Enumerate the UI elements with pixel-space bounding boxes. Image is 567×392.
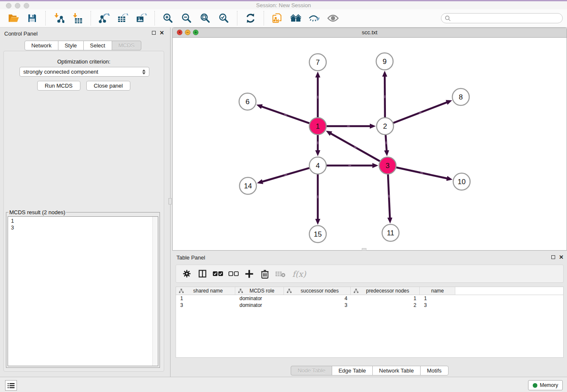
close-view-button[interactable]: × [177, 30, 182, 35]
float-table-panel-icon[interactable] [551, 255, 555, 259]
search-input[interactable] [451, 15, 559, 22]
column-header-predecessor-nodes[interactable]: predecessor nodes [351, 287, 420, 295]
zoom-view-button[interactable]: + [193, 30, 198, 35]
task-history-button[interactable] [5, 380, 17, 391]
network-view-window: scc.txt × − + 7968124314101511 [172, 28, 567, 251]
node-label: 14 [244, 182, 252, 190]
vertical-splitter-grip[interactable] [168, 198, 172, 204]
save-session-icon[interactable] [26, 12, 39, 25]
table-tabs: Node TableEdge TableNetwork TableMotifs [172, 366, 567, 375]
tab-select[interactable]: Select [83, 41, 112, 50]
tab-motifs[interactable]: Motifs [420, 366, 449, 375]
toggle-panel-icon[interactable] [197, 268, 208, 279]
toolbar-separator [45, 11, 46, 25]
zoom-window-button[interactable] [24, 3, 29, 8]
zoom-selected-icon[interactable] [217, 12, 230, 25]
run-mcds-button[interactable]: Run MCDS [37, 81, 80, 91]
tab-edge-table[interactable]: Edge Table [332, 366, 373, 375]
select-all-columns-icon[interactable] [212, 268, 223, 279]
cell-successor-nodes[interactable]: 4 [284, 295, 351, 302]
float-panel-icon[interactable] [152, 31, 156, 35]
cell-name[interactable]: 1 [420, 295, 455, 302]
minimize-view-button[interactable]: − [185, 30, 190, 35]
column-header-successor-nodes[interactable]: successor nodes [284, 287, 351, 295]
node-label: 8 [459, 93, 462, 101]
mcds-result-group: MCDS result (2 nodes) 13 [6, 209, 160, 368]
open-session-icon[interactable] [7, 12, 20, 25]
export-image-icon[interactable] [135, 12, 148, 25]
network-window-title: scc.txt [173, 28, 567, 37]
search-box[interactable] [441, 13, 563, 23]
node-label: 6 [245, 98, 249, 106]
minimize-window-button[interactable] [15, 3, 20, 8]
app-title: Session: New Session [0, 1, 567, 10]
result-line: 1 [11, 218, 158, 224]
import-network-icon[interactable] [52, 12, 65, 25]
toolbar-separator [264, 11, 264, 25]
node-label: 10 [458, 178, 466, 186]
toolbar-separator [91, 11, 91, 25]
export-network-icon[interactable] [98, 12, 110, 25]
table-header-row: shared nameMCDS rolesuccessor nodesprede… [176, 287, 563, 295]
close-panel-button[interactable]: Close panel [86, 81, 131, 91]
birds-eye-view-icon[interactable] [327, 12, 339, 25]
zoom-in-icon[interactable] [162, 12, 174, 25]
delete-columns-icon[interactable] [259, 268, 270, 279]
tab-network[interactable]: Network [25, 41, 58, 50]
function-builder-icon[interactable]: f(x) [291, 268, 308, 279]
unselect-all-columns-icon[interactable] [228, 268, 239, 279]
delete-table-icon[interactable] [275, 268, 286, 279]
column-header-name[interactable]: name [420, 287, 455, 295]
mcds-panel: Optimization criterion: strongly connect… [3, 51, 164, 372]
result-scrollbar[interactable] [152, 217, 158, 366]
cell-shared-name[interactable]: 1 [176, 295, 235, 302]
cell-name[interactable]: 3 [420, 302, 455, 309]
tab-style[interactable]: Style [58, 41, 84, 50]
column-header-shared-name[interactable]: shared name [176, 287, 235, 295]
tab-mcds[interactable]: MCDS [112, 41, 141, 50]
main-toolbar [0, 9, 567, 28]
search-icon [445, 15, 451, 22]
hide-graphics-details-icon[interactable] [308, 12, 321, 25]
node-label: 9 [383, 58, 386, 66]
cell-mcds-role[interactable]: dominator [235, 295, 284, 302]
cell-predecessor-nodes[interactable]: 1 [351, 295, 420, 302]
criterion-select[interactable]: strongly connected component [19, 67, 149, 77]
cell-mcds-role[interactable]: dominator [235, 302, 284, 309]
cell-successor-nodes[interactable]: 3 [284, 302, 351, 309]
tab-network-table[interactable]: Network Table [372, 366, 421, 375]
network-window-titlebar[interactable]: scc.txt × − + [173, 28, 567, 38]
close-panel-icon[interactable]: ✕ [160, 31, 164, 35]
import-table-icon[interactable] [71, 12, 84, 25]
node-label: 15 [314, 230, 322, 238]
home-icon[interactable] [289, 12, 302, 25]
optimization-criterion-label: Optimization criterion: [4, 58, 164, 65]
apply-layout-icon[interactable] [244, 12, 257, 25]
close-table-panel-icon[interactable]: ✕ [559, 255, 564, 259]
application-window: Session: New Session [0, 0, 567, 392]
node-table: shared nameMCDS rolesuccessor nodesprede… [176, 287, 564, 358]
mcds-result-text[interactable]: 13 [8, 216, 158, 366]
table-settings-icon[interactable] [181, 268, 192, 279]
add-column-icon[interactable] [244, 268, 255, 279]
column-header-filler [455, 287, 563, 295]
tab-node-table[interactable]: Node Table [291, 366, 332, 375]
cell-shared-name[interactable]: 3 [176, 302, 235, 309]
column-header-mcds-role[interactable]: MCDS role [235, 287, 284, 295]
close-window-button[interactable] [6, 3, 11, 8]
memory-button[interactable]: Memory [528, 380, 563, 390]
zoom-fit-icon[interactable] [199, 12, 212, 25]
horizontal-splitter-grip[interactable] [362, 248, 366, 251]
toolbar-separator [154, 11, 155, 25]
table-row[interactable]: 1dominator411 [176, 295, 563, 302]
zoom-out-icon[interactable] [180, 12, 193, 25]
node-label: 2 [383, 122, 387, 130]
network-canvas[interactable]: 7968124314101511 [173, 37, 567, 251]
memory-status-icon [533, 383, 537, 388]
clone-network-icon[interactable] [271, 12, 284, 25]
node-label: 1 [316, 122, 319, 130]
cell-predecessor-nodes[interactable]: 2 [351, 302, 420, 309]
export-table-icon[interactable] [116, 12, 129, 25]
table-row[interactable]: 3dominator323 [176, 302, 563, 309]
memory-label: Memory [540, 382, 558, 388]
